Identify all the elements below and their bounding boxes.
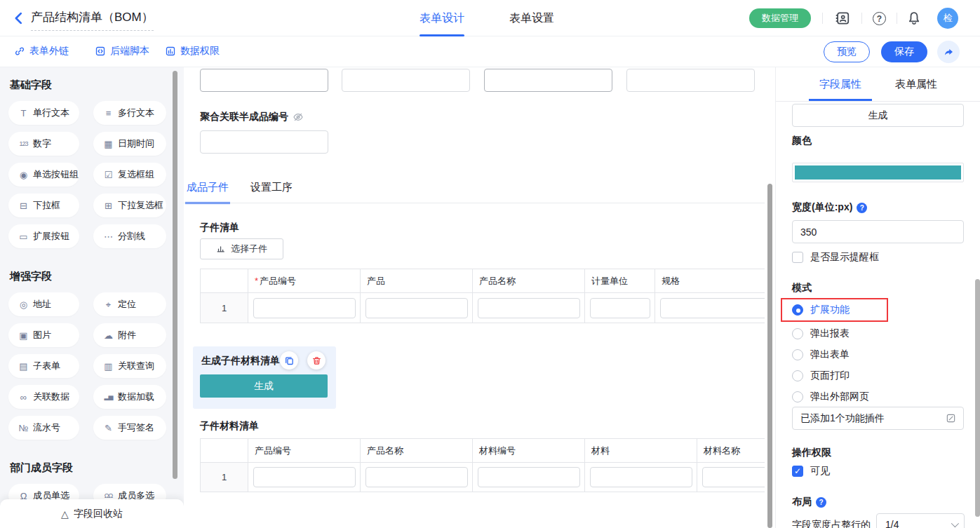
field-pill-label: 下拉框 xyxy=(33,199,60,212)
table-cell-input[interactable] xyxy=(253,467,356,487)
field-pill-multi-line-text[interactable]: ≡多行文本 xyxy=(93,101,166,125)
table-cell-input[interactable] xyxy=(365,467,468,487)
field-pill-dropdown-multi[interactable]: ⊞下拉复选框 xyxy=(93,194,166,217)
tab-form-design[interactable]: 表单设计 xyxy=(419,0,464,36)
bell-icon[interactable] xyxy=(906,11,922,26)
width-help-icon[interactable]: ? xyxy=(857,203,867,213)
column-header: 产品 xyxy=(361,269,473,292)
edit-icon[interactable] xyxy=(946,413,956,424)
plugin-summary-field[interactable]: 已添加1个功能插件 xyxy=(792,407,964,430)
backend-script-link[interactable]: 后端脚本 xyxy=(95,45,149,57)
code-square-icon xyxy=(95,46,106,57)
help-icon[interactable]: ? xyxy=(873,12,886,25)
save-button[interactable]: 保存 xyxy=(881,41,927,62)
form-field-input[interactable] xyxy=(200,69,328,92)
app-header: 产品结构清单（BOM） 表单设计 表单设置 数据管理 ? 检 xyxy=(0,0,980,36)
radio-icon[interactable] xyxy=(792,370,803,381)
radio-selected-icon[interactable] xyxy=(792,304,803,316)
member-multi-icon: ΩΩ xyxy=(102,493,114,499)
tab-form-settings[interactable]: 表单设置 xyxy=(509,0,554,36)
width-input[interactable]: 350 xyxy=(792,220,964,243)
preview-button[interactable]: 预览 xyxy=(824,41,870,62)
field-pill-linked-query[interactable]: ▥关联查询 xyxy=(93,354,166,378)
field-pill-datetime[interactable]: ▦日期时间 xyxy=(93,132,166,156)
mode-option[interactable]: 扩展功能 xyxy=(781,298,888,322)
data-permission-link[interactable]: 数据权限 xyxy=(165,45,220,57)
field-pill-signature[interactable]: ✎手写签名 xyxy=(93,416,166,440)
color-swatch[interactable] xyxy=(792,163,964,182)
row-width-select[interactable]: 1/4 xyxy=(876,513,965,528)
mode-option[interactable]: 弹出表单 xyxy=(792,348,974,361)
delete-field-button[interactable] xyxy=(307,351,325,370)
radio-icon[interactable] xyxy=(792,391,803,402)
table-cell xyxy=(361,292,473,323)
table-cell-input[interactable] xyxy=(253,298,356,318)
form-field-input[interactable] xyxy=(484,69,612,92)
field-recycle-bin[interactable]: △ 字段回收站 xyxy=(0,499,184,528)
back-icon[interactable] xyxy=(11,11,27,26)
table-cell xyxy=(361,462,473,492)
table-cell-input[interactable] xyxy=(702,467,765,487)
checkbox-checked-icon[interactable]: ✓ xyxy=(792,466,803,477)
tab-process-setting[interactable]: 设置工序 xyxy=(250,181,293,204)
share-button[interactable] xyxy=(937,41,960,63)
field-pill-single-line-text[interactable]: T单行文本 xyxy=(8,101,79,125)
button-name-input[interactable]: 生成 xyxy=(792,104,964,127)
field-pill-label: 关联查询 xyxy=(118,360,154,372)
field-pill-image[interactable]: ▣图片 xyxy=(8,323,79,347)
tab-form-properties[interactable]: 表单属性 xyxy=(878,67,954,101)
select-child-button[interactable]: 选择子件 xyxy=(200,238,283,259)
field-pill-dropdown[interactable]: ⊟下拉框 xyxy=(8,194,79,217)
mode-option[interactable]: 弹出报表 xyxy=(792,327,974,340)
selected-generate-field[interactable]: 生成子件材料清单 生成 xyxy=(193,346,336,409)
field-pill-checkbox-group[interactable]: ☑复选框组 xyxy=(93,163,166,187)
field-pill-linked-data[interactable]: ∞关联数据 xyxy=(8,385,79,409)
single-line-text-icon: T xyxy=(18,109,29,118)
field-pill-data-load[interactable]: ▂▅数据加载 xyxy=(93,385,166,409)
mode-option[interactable]: 页面打印 xyxy=(792,370,974,382)
table-cell-input[interactable] xyxy=(365,298,468,318)
field-pill-address[interactable]: ◎地址 xyxy=(8,292,79,316)
field-pill-extend-button[interactable]: ▭扩展按钮 xyxy=(8,224,79,248)
field-pill-number[interactable]: 123数字 xyxy=(8,132,79,156)
generate-button[interactable]: 生成 xyxy=(200,374,328,398)
field-pill-serial-number[interactable]: №流水号 xyxy=(8,416,79,440)
radio-icon[interactable] xyxy=(792,349,803,360)
avatar[interactable]: 检 xyxy=(937,8,958,29)
sidebar-scrollbar[interactable] xyxy=(173,71,177,479)
radio-icon[interactable] xyxy=(792,328,803,339)
data-manage-button[interactable]: 数据管理 xyxy=(749,8,811,28)
visible-checkbox[interactable]: ✓ 可见 xyxy=(792,465,830,478)
canvas-scrollbar[interactable] xyxy=(767,184,772,528)
form-field-input[interactable] xyxy=(626,69,755,92)
field-pill-radio-group[interactable]: ◉单选按钮组 xyxy=(8,163,79,187)
aggregate-field-input[interactable] xyxy=(200,130,328,154)
tab-field-properties[interactable]: 字段属性 xyxy=(803,67,878,101)
header-tabs: 表单设计 表单设置 xyxy=(419,0,554,36)
sidebar-sections: 基础字段T单行文本≡多行文本123数字▦日期时间◉单选按钮组☑复选框组⊟下拉框⊞… xyxy=(0,67,184,528)
form-external-link[interactable]: 表单外链 xyxy=(14,45,69,57)
field-pill-attachment[interactable]: ☁附件 xyxy=(93,323,166,347)
field-pill-subform[interactable]: ▤子表单 xyxy=(8,354,79,378)
panel-tabs: 字段属性 表单属性 xyxy=(776,67,980,102)
form-field-input[interactable] xyxy=(342,69,470,92)
table-cell-input[interactable] xyxy=(590,298,650,318)
field-pill-divider[interactable]: ⋯分割线 xyxy=(93,224,166,248)
permission-label: 操作权限 xyxy=(792,447,831,459)
table-cell-input[interactable] xyxy=(478,467,580,487)
field-pill-locate[interactable]: ⌖定位 xyxy=(93,292,166,316)
number-icon: 123 xyxy=(18,141,29,147)
field-pill-label: 子表单 xyxy=(33,360,60,372)
checkbox-icon[interactable] xyxy=(792,252,803,263)
mode-option[interactable]: 弹出外部网页 xyxy=(792,391,974,403)
table-cell-input[interactable] xyxy=(590,467,692,487)
table-cell-input[interactable] xyxy=(660,298,765,318)
copy-field-button[interactable] xyxy=(280,351,298,370)
contact-book-icon[interactable] xyxy=(835,11,850,26)
field-pill-label: 手写签名 xyxy=(118,421,154,434)
show-reminder-checkbox[interactable]: 是否显示提醒框 xyxy=(792,251,879,264)
tab-finished-child[interactable]: 成品子件 xyxy=(187,181,229,204)
table-cell-input[interactable] xyxy=(478,298,580,318)
panel-scrollbar[interactable] xyxy=(975,279,980,517)
layout-help-icon[interactable]: ? xyxy=(816,497,826,508)
